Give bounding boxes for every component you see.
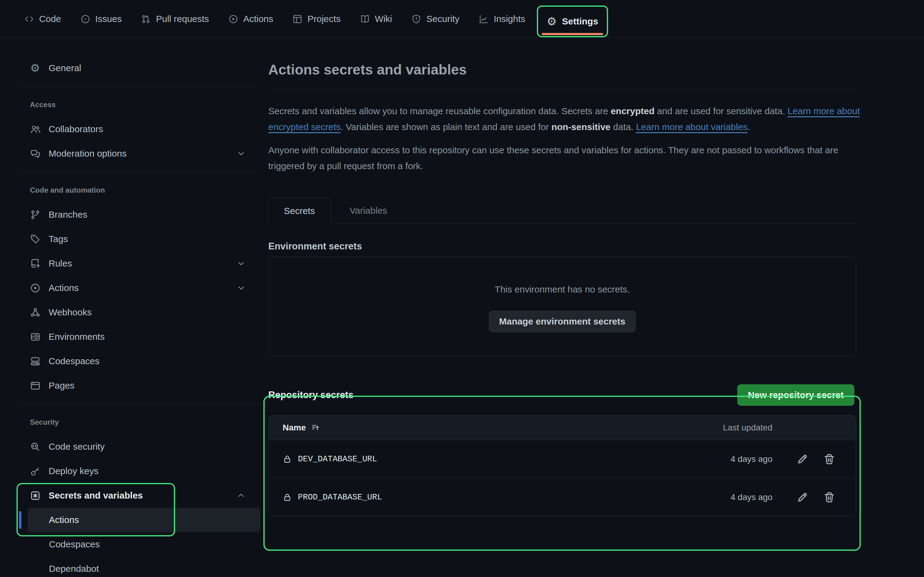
divider <box>18 172 257 172</box>
description-bold: encrypted <box>611 106 654 116</box>
sidebar-item-moderation-options[interactable]: Moderation options <box>0 141 267 166</box>
name-column-header[interactable]: Name <box>283 423 306 433</box>
description-text: and are used for sensitive data. <box>654 106 787 116</box>
sidebar-subitem-actions[interactable]: Actions <box>27 508 260 532</box>
repo-tab-bar: Code Issues Pull requests Actions Projec… <box>0 0 924 38</box>
rules-icon <box>30 259 40 269</box>
repository-secrets-table: Name Last updated DEV_DATABASE_URL 4 day… <box>268 415 856 516</box>
description-text: . Variables are shown as plain text and … <box>341 122 551 132</box>
sidebar-item-branches[interactable]: Branches <box>0 202 267 227</box>
git-branch-icon <box>30 210 40 220</box>
sidebar-subitem-codespaces[interactable]: Codespaces <box>27 532 260 556</box>
tab-issues[interactable]: Issues <box>74 0 129 38</box>
sidebar-item-webhooks[interactable]: Webhooks <box>0 300 267 324</box>
code-icon <box>24 15 34 24</box>
description-bold: non-sensitive <box>551 122 611 132</box>
environment-secrets-box: This environment has no secrets. Manage … <box>268 257 856 356</box>
issue-opened-icon <box>81 15 90 24</box>
git-pull-request-icon <box>141 15 151 24</box>
sidebar-section-security: Security <box>0 413 267 431</box>
webhook-icon <box>30 308 40 318</box>
tab-label: Issues <box>95 14 122 24</box>
sidebar-item-label: Collaborators <box>48 124 103 134</box>
play-icon <box>30 283 40 293</box>
tab-label: Settings <box>562 16 598 27</box>
sidebar-item-collaborators[interactable]: Collaborators <box>0 117 267 141</box>
chevron-down-icon <box>236 259 246 268</box>
tab-insights[interactable]: Insights <box>472 0 532 38</box>
lock-icon <box>283 493 292 502</box>
play-icon <box>229 15 238 24</box>
codespaces-icon <box>30 356 40 366</box>
shield-icon <box>412 15 421 24</box>
sidebar-item-pages[interactable]: Pages <box>0 373 267 398</box>
tab-variables[interactable]: Variables <box>332 197 405 224</box>
chevron-down-icon <box>236 283 246 292</box>
tab-label: Projects <box>307 14 340 24</box>
new-repository-secret-button[interactable]: New repository secret <box>737 384 855 406</box>
main-content: Actions secrets and variables Secrets an… <box>268 38 856 516</box>
tab-actions[interactable]: Actions <box>222 0 280 38</box>
gear-icon: ⚙ <box>30 63 40 74</box>
description-text: . <box>748 122 750 132</box>
sidebar-item-label: Secrets and variables <box>48 490 143 501</box>
sidebar-item-tags[interactable]: Tags <box>0 227 267 251</box>
edit-secret-button[interactable] <box>796 453 809 465</box>
edit-secret-button[interactable] <box>796 491 809 503</box>
sidebar-item-secrets-and-variables[interactable]: Secrets and variables <box>0 483 267 508</box>
description-paragraph-2: Anyone with collaborator access to this … <box>268 142 863 174</box>
description-text: data. <box>611 122 636 132</box>
code-scan-icon <box>30 442 40 452</box>
sidebar-item-environments[interactable]: Environments <box>0 324 267 349</box>
tab-label: Actions <box>243 14 273 24</box>
sidebar-item-deploy-keys[interactable]: Deploy keys <box>0 459 267 483</box>
tab-pull-requests[interactable]: Pull requests <box>134 0 215 38</box>
tab-label: Wiki <box>375 14 393 24</box>
graph-icon <box>479 15 489 24</box>
sidebar-item-label: Pages <box>48 380 74 391</box>
tab-secrets[interactable]: Secrets <box>268 197 331 224</box>
table-header-row: Name Last updated <box>268 416 856 440</box>
description-paragraph: Secrets and variables allow you to manag… <box>268 103 863 135</box>
tab-wiki[interactable]: Wiki <box>354 0 399 38</box>
sidebar-subitem-dependabot[interactable]: Dependabot <box>27 556 260 577</box>
key-asterisk-icon <box>30 491 40 501</box>
sidebar-item-actions[interactable]: Actions <box>0 276 267 300</box>
delete-secret-button[interactable] <box>823 491 835 503</box>
sidebar-subitem-label: Actions <box>49 515 79 525</box>
sidebar-item-label: Codespaces <box>48 356 100 366</box>
tab-label: Pull requests <box>156 14 209 24</box>
secret-name: PROD_DATABASE_URL <box>298 493 382 502</box>
tab-settings[interactable]: ⚙ Settings <box>537 5 608 37</box>
sidebar-item-label: Webhooks <box>48 307 92 318</box>
sort-ascending-icon[interactable] <box>311 424 320 432</box>
secret-name-cell: PROD_DATABASE_URL <box>283 493 730 502</box>
people-icon <box>30 124 40 134</box>
manage-environment-secrets-button[interactable]: Manage environment secrets <box>489 311 635 332</box>
divider <box>18 87 257 87</box>
sidebar-item-label: Branches <box>48 210 87 220</box>
sidebar-item-codespaces[interactable]: Codespaces <box>0 349 267 373</box>
sidebar-item-label: Rules <box>48 258 72 269</box>
settings-sidebar: ⚙ General Access Collaborators Moderatio… <box>0 38 267 577</box>
table-icon <box>293 15 302 24</box>
sidebar-item-label: Moderation options <box>48 148 126 159</box>
repository-secrets-header: Repository secrets New repository secret <box>268 384 856 406</box>
delete-secret-button[interactable] <box>823 453 835 465</box>
sidebar-item-code-security[interactable]: Code security <box>0 434 267 459</box>
last-updated-column-header: Last updated <box>723 423 772 433</box>
repository-secrets-heading: Repository secrets <box>268 390 354 401</box>
sidebar-item-general[interactable]: ⚙ General <box>0 56 267 80</box>
sidebar-section-code-automation: Code and automation <box>0 181 267 199</box>
empty-state-text: This environment has no secrets. <box>495 284 630 295</box>
server-icon <box>30 332 40 342</box>
tab-code[interactable]: Code <box>18 0 68 38</box>
sidebar-subitem-label: Codespaces <box>49 539 100 550</box>
tab-projects[interactable]: Projects <box>286 0 347 38</box>
link-variables[interactable]: Learn more about variables <box>636 122 747 132</box>
active-tab-underline <box>542 33 603 35</box>
secret-name: DEV_DATABASE_URL <box>298 455 377 464</box>
sidebar-item-rules[interactable]: Rules <box>0 251 267 276</box>
tab-security[interactable]: Security <box>405 0 466 38</box>
environment-secrets-heading: Environment secrets <box>268 241 856 253</box>
